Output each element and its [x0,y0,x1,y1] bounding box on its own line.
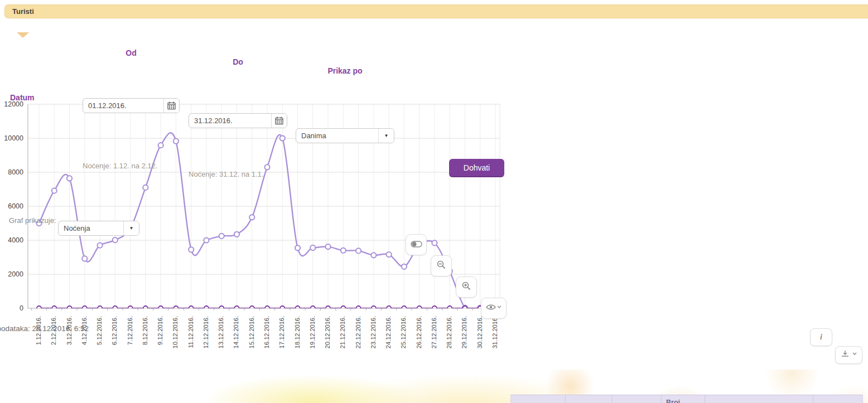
data-point-marker[interactable] [37,306,41,310]
data-point-marker[interactable] [311,306,315,310]
data-point-marker[interactable] [325,244,330,249]
column-header-no-enja-15[interactable]: Noćenja'15 [813,395,862,403]
prikaz-po-value[interactable]: Danima [296,129,379,143]
data-point-marker[interactable] [310,245,315,250]
data-point-marker[interactable] [432,306,437,310]
data-point-marker[interactable] [158,143,163,148]
prikaz-po-label: Prikaz po [296,66,394,75]
data-point-marker[interactable] [219,234,224,239]
data-point-marker[interactable] [234,306,239,310]
column-header-datum[interactable]: Datum [511,395,566,403]
data-point-marker[interactable] [173,139,179,144]
data-point-marker[interactable] [143,185,148,190]
data-updated-text: Vrijeme ažurnosti podataka: 28.12.2016. … [0,324,805,333]
turisti-tab[interactable]: Turisti [4,4,868,18]
data-point-marker[interactable] [143,306,148,310]
data-point-marker[interactable] [356,306,361,310]
series-nocenja15 [37,306,498,310]
data-point-marker[interactable] [204,237,209,242]
y-axis-tick-label: 8000 [8,168,23,176]
graf-prikazuje-value[interactable]: Noćenja [59,221,124,235]
do-note: Noćenje: 31.12. na 1.1. [189,170,868,178]
calendar-icon[interactable] [164,99,179,113]
toggle-button[interactable] [406,234,427,255]
data-point-marker[interactable] [204,306,209,310]
date-to-value[interactable]: 31.12.2016. [189,114,272,128]
page: Turisti Od Do Prikaz po Datum 01.12.2016… [0,0,868,403]
data-point-marker[interactable] [189,306,194,310]
data-point-marker[interactable] [234,232,239,237]
date-from-field[interactable]: 01.12.2016. [83,98,180,113]
data-point-marker[interactable] [295,245,300,250]
toggle-icon [411,240,422,250]
data-table: DatumDolasciNoćenjaBroj turistaDolasci'1… [510,395,863,403]
date-to-field[interactable]: 31.12.2016. [189,113,287,128]
data-point-marker[interactable] [387,252,392,257]
data-point-marker[interactable] [128,306,133,310]
data-point-marker[interactable] [356,248,361,253]
zoom-in-icon [462,281,471,293]
data-point-marker[interactable] [83,306,87,310]
data-point-marker[interactable] [432,240,437,245]
data-point-marker[interactable] [417,306,422,310]
column-header-dolasci[interactable]: Dolasci [566,395,613,403]
data-point-marker[interactable] [372,306,376,310]
data-point-marker[interactable] [341,248,346,253]
data-point-marker[interactable] [250,306,254,310]
data-point-marker[interactable] [402,264,407,269]
data-point-marker[interactable] [387,306,391,310]
data-point-marker[interactable] [189,247,194,252]
table-header-row: DatumDolasciNoćenjaBroj turistaDolasci'1… [511,395,862,403]
data-point-marker[interactable] [326,306,330,310]
y-axis-tick-label: 4000 [8,236,23,244]
data-point-marker[interactable] [113,237,118,242]
info-button[interactable]: i [810,328,832,346]
data-point-marker[interactable] [371,253,376,258]
data-point-marker[interactable] [296,306,300,310]
download-icon [841,350,857,360]
do-label: Do [189,57,287,66]
data-point-marker[interactable] [67,306,72,310]
data-point-marker[interactable] [97,242,102,247]
y-axis-tick-label: 2000 [8,270,23,278]
calendar-icon[interactable] [272,114,287,128]
visibility-menu-button[interactable] [481,298,507,319]
data-point-marker[interactable] [158,306,163,310]
column-header-no-enja[interactable]: Noćenja [613,395,662,403]
data-point-marker[interactable] [341,306,345,310]
chevron-down-icon[interactable]: ▼ [379,129,394,143]
zoom-out-button[interactable] [431,255,452,276]
data-point-marker[interactable] [82,256,87,261]
data-point-marker[interactable] [52,188,57,193]
column-header-broj-turista[interactable]: Broj turista [662,395,705,403]
data-point-marker[interactable] [52,306,56,310]
data-point-marker[interactable] [98,306,102,310]
column-label[interactable]: Broj turista [666,399,694,403]
y-axis-tick-label: 10000 [4,134,23,142]
export-menu-button[interactable] [835,346,862,364]
y-axis-tick-label: 0 [20,304,23,312]
info-icon: i [820,333,822,342]
data-point-marker[interactable] [173,306,178,310]
data-point-marker[interactable] [280,135,285,140]
prikaz-po-select[interactable]: Danima ▼ [296,128,394,143]
date-from-value[interactable]: 01.12.2016. [83,99,164,113]
data-point-marker[interactable] [265,306,269,310]
data-point-marker[interactable] [402,306,406,310]
data-point-marker[interactable] [67,176,72,181]
y-axis-tick-label: 6000 [8,202,23,210]
line-chart[interactable]: 0200040006000800010000120001.12.2016.2.1… [0,100,508,377]
dohvati-button[interactable]: Dohvati [449,159,504,176]
zoom-in-button[interactable] [456,276,477,298]
tab-pointer-arrow [17,32,29,38]
data-point-marker[interactable] [280,306,284,310]
data-point-marker[interactable] [447,306,452,310]
data-point-marker[interactable] [219,306,224,310]
graf-prikazuje-select[interactable]: Noćenja ▼ [58,221,139,236]
column-header-dolasci-15[interactable]: Dolasci'15 [705,395,813,403]
data-point-marker[interactable] [113,306,117,310]
chevron-down-icon[interactable]: ▼ [124,221,139,235]
zoom-out-icon [437,260,446,271]
data-point-marker[interactable] [462,306,467,310]
od-label: Od [83,48,180,57]
